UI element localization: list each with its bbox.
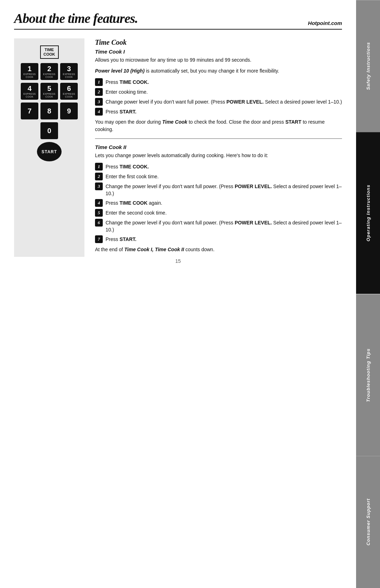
tc1-step-2: 2 Enter cooking time.: [95, 88, 342, 96]
tc1-intro: Allows you to microwave for any time up …: [95, 56, 342, 64]
end-text-2: counts down.: [184, 247, 214, 252]
main-content: About the time features. Hotpoint.com TI…: [0, 0, 356, 271]
sidebar-tab-operating: Operating Instructions: [356, 132, 380, 294]
power-level-suffix: is automatically set, but you may change…: [145, 68, 279, 74]
key-start: START: [37, 142, 62, 161]
key-6: 6 EXPRESS COOK: [60, 83, 78, 100]
section-title-time-cook: Time Cook: [95, 38, 342, 47]
tc2-step-1: 1 Press TIME COOK.: [95, 163, 342, 171]
tc1-step-1: 1 Press TIME COOK.: [95, 78, 342, 86]
key-7: 7: [21, 103, 38, 119]
tc2-intro: Lets you change power levels automatical…: [95, 152, 342, 159]
sidebar-troubleshooting-label: Troubleshooting Tips: [366, 348, 371, 402]
page-title: About the time features.: [14, 11, 138, 26]
tc2-step-2: 2 Enter the first cook time.: [95, 173, 342, 180]
tc2-step-6: 6 Change the power level if you don't wa…: [95, 219, 342, 233]
end-text-1: At the end of: [95, 247, 124, 252]
door-text-1: You may open the door during: [95, 119, 162, 125]
keypad-label: TIME COOK: [40, 45, 59, 59]
tc2-step-7: 7 Press START.: [95, 235, 342, 243]
page-header: About the time features. Hotpoint.com: [14, 11, 342, 30]
keypad-row-0: 0: [40, 122, 58, 139]
door-text: You may open the door during Time Cook t…: [95, 118, 342, 133]
end-bold: Time Cook I, Time Cook II: [124, 247, 184, 252]
keypad-row-2: 4 EXPRESS COOK 5 EXPRESS COOK 6 EXPRESS …: [21, 83, 78, 100]
text-panel: Time Cook Time Cook I Allows you to micr…: [95, 38, 342, 257]
key-9: 9: [60, 103, 78, 119]
sidebar-tab-consumer: Consumer Support: [356, 456, 380, 588]
key-2: 2 EXPRESS COOK: [40, 63, 58, 80]
key-5: 5 EXPRESS COOK: [40, 83, 58, 100]
subsection-title-tc2: Time Cook II: [95, 144, 342, 150]
key-3: 3 EXPRESS COOK: [60, 63, 78, 80]
key-1: 1 EXPRESS COOK: [21, 63, 38, 80]
content-columns: TIME COOK 1 EXPRESS COOK 2 EXPRESS COOK …: [14, 38, 342, 257]
tc1-power-level: Power level 10 (High) is automatically s…: [95, 67, 342, 75]
door-start: START: [285, 119, 302, 125]
door-time-cook: Time Cook: [162, 119, 187, 125]
key-4: 4 EXPRESS COOK: [21, 83, 38, 100]
end-text: At the end of Time Cook I, Time Cook II …: [95, 246, 342, 253]
sidebar-operating-label: Operating Instructions: [366, 185, 371, 241]
key-0: 0: [40, 122, 58, 139]
tc2-step-5: 5 Enter the second cook time.: [95, 209, 342, 217]
subsection-title-tc1: Time Cook I: [95, 49, 342, 55]
sidebar-tab-troubleshooting: Troubleshooting Tips: [356, 294, 380, 456]
key-8: 8: [40, 103, 58, 119]
keypad-row-start: START: [37, 142, 62, 161]
door-text-2: to check the food. Close the door and pr…: [187, 119, 285, 125]
keypad-label-line2: COOK: [44, 52, 55, 56]
keypad-panel: TIME COOK 1 EXPRESS COOK 2 EXPRESS COOK …: [14, 38, 84, 257]
page-number: 15: [175, 258, 181, 264]
page-website: Hotpoint.com: [308, 20, 342, 26]
keypad-row-3: 7 8 9: [21, 103, 78, 119]
sidebar-safety-label: Safety Instructions: [366, 42, 371, 90]
sidebar-tab-safety: Safety Instructions: [356, 0, 380, 132]
tc2-step-3: 3 Change the power level if you don't wa…: [95, 182, 342, 197]
tc1-steps: 1 Press TIME COOK. 2 Enter cooking time.…: [95, 78, 342, 116]
tc1-step-4: 4 Press START.: [95, 108, 342, 116]
tc1-step-3: 3 Change power level if you don't want f…: [95, 98, 342, 106]
tc2-step-4: 4 Press TIME COOK again.: [95, 199, 342, 207]
power-level-bold: Power level 10 (High): [95, 68, 145, 74]
sidebar-consumer-label: Consumer Support: [366, 498, 371, 545]
divider: [95, 138, 342, 139]
right-sidebar: Safety Instructions Operating Instructio…: [356, 0, 380, 588]
tc2-steps: 1 Press TIME COOK. 2 Enter the first coo…: [95, 163, 342, 243]
keypad-label-line1: TIME: [45, 48, 54, 52]
tc1-intro-text: Allows you to microwave for any time up …: [95, 57, 251, 63]
keypad-row-1: 1 EXPRESS COOK 2 EXPRESS COOK 3 EXPRESS …: [21, 63, 78, 80]
